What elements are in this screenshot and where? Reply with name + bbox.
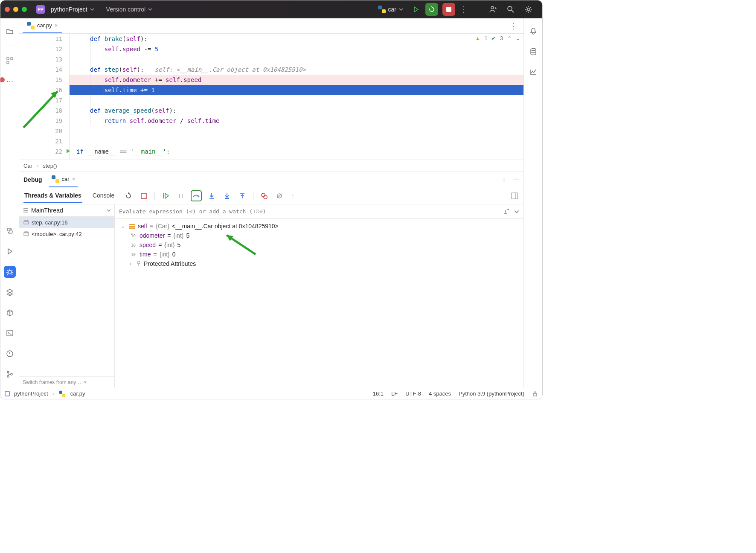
expand-toggle[interactable]: › [128, 262, 134, 266]
breadcrumb[interactable]: Car › step() [19, 160, 523, 172]
rerun-button[interactable] [425, 3, 438, 16]
terminal-tool-button[interactable] [4, 327, 16, 339]
window-maximize-button[interactable] [22, 7, 27, 12]
sciview-tool-button[interactable] [527, 66, 539, 78]
chevron-down-icon[interactable] [514, 210, 519, 213]
git-tool-button[interactable] [4, 368, 16, 380]
editor[interactable]: 11 12 13 14 15 16 17 18 19 20 21 22 def … [19, 34, 523, 160]
chevron-down-icon [107, 209, 111, 212]
breadcrumb-item[interactable]: Car [23, 163, 32, 169]
line-number[interactable]: 21 [19, 136, 62, 146]
thread-selector[interactable]: MainThread [19, 204, 114, 217]
stack-frame[interactable]: step, car.py:16 [19, 217, 114, 228]
settings-button[interactable] [524, 5, 538, 14]
line-number[interactable]: 13 [19, 54, 62, 64]
view-breakpoints-button[interactable] [259, 191, 269, 201]
line-number[interactable]: 12 [19, 44, 62, 54]
mute-breakpoints-button[interactable] [275, 191, 284, 201]
line-number[interactable]: 16 [19, 85, 62, 95]
variable-self[interactable]: ⌄ self = {Car} <__main__.Car object at 0… [115, 221, 523, 231]
run-button[interactable] [411, 6, 421, 13]
run-config-selector[interactable]: car [375, 4, 407, 15]
structure-tool-button[interactable] [4, 55, 16, 67]
rerun-debug-button[interactable] [124, 191, 133, 201]
step-out-button[interactable] [238, 191, 247, 201]
inline-hint: self: <__main__.Car object at 0x10482591… [155, 66, 306, 73]
python-console-button[interactable] [4, 225, 16, 237]
run-tool-button[interactable] [4, 245, 16, 257]
editor-tab-car[interactable]: car.py × [23, 18, 62, 33]
close-icon[interactable]: × [84, 379, 87, 385]
more-tool-button[interactable]: ⋯ [4, 75, 16, 87]
window-close-button[interactable] [5, 7, 10, 12]
chevron-up-icon[interactable]: ⌃ [507, 35, 512, 41]
version-control-dropdown[interactable]: Version control [106, 6, 153, 13]
notifications-button[interactable] [527, 25, 539, 37]
add-watch-button[interactable] [501, 207, 511, 216]
variable-protected-attributes[interactable]: › Protected Attributes [115, 259, 523, 268]
stop-button[interactable] [442, 3, 455, 16]
step-into-button[interactable] [207, 191, 216, 201]
resume-button[interactable] [161, 191, 170, 201]
step-over-button[interactable] [192, 191, 201, 201]
caret-position[interactable]: 16:1 [373, 390, 384, 397]
breadcrumb-item[interactable]: step() [43, 163, 57, 169]
line-number-breakpoint[interactable]: 15 [19, 75, 62, 85]
line-number[interactable]: 14 [19, 64, 62, 75]
chevron-down-icon[interactable]: ⌄ [516, 35, 520, 41]
line-number[interactable]: 22 [19, 146, 62, 157]
code-with-me-button[interactable] [488, 5, 502, 14]
stop-debug-button[interactable] [139, 191, 148, 201]
debug-tool-button[interactable] [4, 266, 16, 278]
window-minimize-button[interactable] [13, 7, 18, 12]
database-tool-button[interactable] [527, 46, 539, 58]
stack-frame[interactable]: <module>, car.py:42 [19, 228, 114, 240]
debug-options-button[interactable]: ⋮ [501, 176, 507, 183]
variable-odometer[interactable]: 1001 odometer = {int} 5 [115, 231, 523, 240]
tab-threads-variables[interactable]: Threads & Variables [23, 189, 82, 203]
indent[interactable]: 4 spaces [429, 390, 451, 397]
services-tool-button[interactable] [4, 307, 16, 319]
line-number[interactable]: 18 [19, 105, 62, 116]
lock-icon[interactable] [532, 391, 538, 397]
variable-speed[interactable]: 10 speed = {int} 5 [115, 240, 523, 250]
frames-footer[interactable]: Switch frames from any… × [19, 376, 114, 388]
editor-tabs-menu-button[interactable]: ⋮ [504, 21, 523, 31]
encoding[interactable]: UTF-8 [405, 390, 421, 397]
evaluate-input[interactable] [119, 208, 501, 215]
variables-panel: ⌄ self = {Car} <__main__.Car object at 0… [115, 204, 523, 388]
status-file[interactable]: car.py [70, 390, 85, 397]
code-area[interactable]: def brake(self): self.speed -= 5 def ste… [70, 34, 523, 160]
status-project[interactable]: pythonProject [14, 390, 48, 397]
project-dropdown[interactable]: pythonProject [51, 6, 94, 13]
frame-label: step, car.py:16 [32, 219, 68, 226]
tab-console[interactable]: Console [92, 189, 115, 203]
run-more-button[interactable]: ⋮ [459, 5, 467, 14]
tab-close-button[interactable]: × [72, 176, 76, 182]
project-tool-button[interactable] [4, 25, 16, 37]
number: 1 [151, 87, 154, 93]
expand-toggle[interactable]: ⌄ [120, 224, 126, 229]
line-number[interactable]: 11 [19, 34, 62, 44]
variable-value: <__main__.Car object at 0x104825910> [172, 223, 279, 230]
line-number[interactable]: 20 [19, 126, 62, 136]
person-plus-icon [488, 5, 497, 14]
line-ending[interactable]: LF [391, 390, 398, 397]
search-button[interactable] [506, 5, 520, 14]
line-number[interactable]: 19 [19, 116, 62, 126]
variable-time[interactable]: 10 time = {int} 0 [115, 250, 523, 259]
step-into-my-code-button[interactable] [222, 191, 232, 201]
problems-tool-button[interactable] [4, 348, 16, 360]
debug-session-tab[interactable]: car × [49, 172, 78, 187]
step-into-my-icon [224, 192, 230, 199]
layout-button[interactable] [510, 191, 519, 201]
pause-button[interactable] [176, 191, 186, 201]
gutter[interactable]: 11 12 13 14 15 16 17 18 19 20 21 22 [19, 34, 70, 160]
interpreter[interactable]: Python 3.9 (pythonProject) [459, 390, 524, 397]
packages-tool-button[interactable] [4, 286, 16, 298]
inspection-widget[interactable]: ▲1 ✔3 ⌃ ⌄ [475, 35, 520, 41]
debug-minimize-button[interactable]: — [514, 176, 519, 183]
debug-more-button[interactable]: ⋮ [290, 192, 296, 199]
line-number[interactable]: 17 [19, 95, 62, 105]
tab-close-button[interactable]: × [55, 22, 58, 29]
